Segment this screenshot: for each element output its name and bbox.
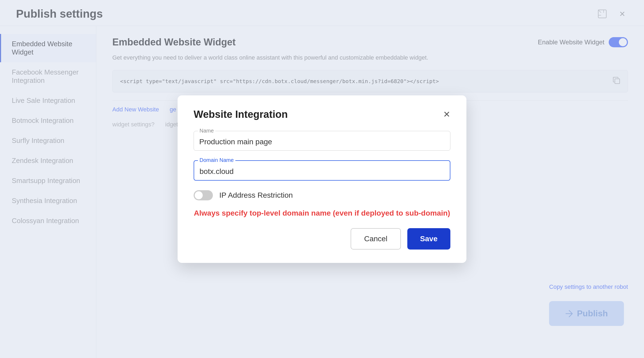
name-input[interactable]	[194, 131, 450, 151]
warning-text: Always specify top-level domain name (ev…	[194, 209, 450, 217]
modal-footer: Cancel Save	[194, 228, 450, 250]
name-field-group: Name	[194, 131, 450, 151]
domain-field-group: Domain Name	[194, 160, 450, 181]
website-integration-modal: Website Integration ✕ Name Domain Name I…	[178, 95, 466, 263]
domain-label: Domain Name	[198, 157, 235, 163]
save-button[interactable]: Save	[407, 228, 450, 250]
modal-overlay: Website Integration ✕ Name Domain Name I…	[0, 0, 644, 358]
ip-restriction-row: IP Address Restriction	[194, 190, 450, 200]
name-label: Name	[198, 128, 215, 134]
domain-input[interactable]	[194, 160, 450, 181]
cancel-button[interactable]: Cancel	[351, 228, 401, 250]
modal-close-button[interactable]: ✕	[443, 110, 450, 119]
modal-header: Website Integration ✕	[194, 109, 450, 120]
modal-title: Website Integration	[194, 109, 288, 120]
ip-restriction-toggle[interactable]	[194, 190, 213, 200]
ip-restriction-label: IP Address Restriction	[219, 191, 293, 200]
